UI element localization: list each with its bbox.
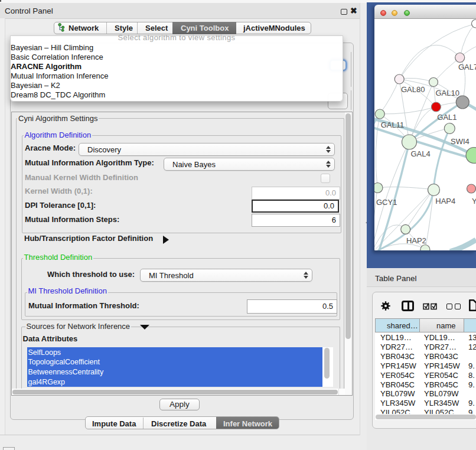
svg-text:GAL4: GAL4 [411, 149, 431, 158]
svg-text:GCY1: GCY1 [376, 198, 397, 207]
svg-text:HAP4: HAP4 [435, 197, 455, 206]
svg-text:HAP2: HAP2 [406, 236, 426, 245]
svg-text:Y: Y [472, 197, 476, 206]
svg-text:SWI4: SWI4 [451, 137, 470, 146]
svg-text:GAL1: GAL1 [437, 113, 457, 122]
svg-text:GAL10: GAL10 [436, 89, 459, 97]
svg-text:GAL80: GAL80 [401, 85, 425, 94]
svg-text:GAL7: GAL7 [458, 63, 476, 71]
svg-text:GAL11: GAL11 [381, 120, 405, 129]
